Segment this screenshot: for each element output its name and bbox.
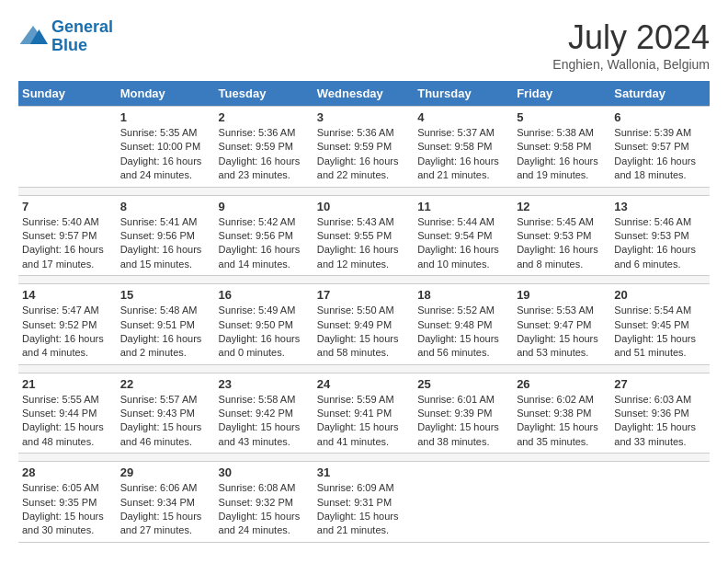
date-number: 28	[22, 465, 113, 479]
location-subtitle: Enghien, Wallonia, Belgium	[552, 57, 710, 72]
date-number: 21	[22, 377, 113, 391]
calendar-cell: 3Sunrise: 5:36 AM Sunset: 9:59 PM Daylig…	[313, 107, 414, 188]
cell-info: Sunrise: 5:36 AM Sunset: 9:59 PM Dayligh…	[317, 126, 410, 183]
date-number: 3	[317, 110, 410, 124]
title-block: July 2024 Enghien, Wallonia, Belgium	[552, 18, 710, 72]
calendar-cell: 26Sunrise: 6:02 AM Sunset: 9:38 PM Dayli…	[513, 373, 610, 454]
week-row-5: 28Sunrise: 6:05 AM Sunset: 9:35 PM Dayli…	[18, 462, 710, 543]
cell-info: Sunrise: 6:03 AM Sunset: 9:36 PM Dayligh…	[614, 393, 706, 450]
date-number: 10	[317, 200, 410, 213]
cell-info: Sunrise: 5:44 AM Sunset: 9:54 PM Dayligh…	[417, 215, 509, 272]
week-row-4: 21Sunrise: 5:55 AM Sunset: 9:44 PM Dayli…	[18, 373, 710, 454]
date-number: 26	[517, 377, 607, 391]
week-row-1: 1Sunrise: 5:35 AM Sunset: 10:00 PM Dayli…	[18, 107, 710, 188]
calendar-cell: 28Sunrise: 6:05 AM Sunset: 9:35 PM Dayli…	[18, 462, 117, 543]
calendar-cell: 6Sunrise: 5:39 AM Sunset: 9:57 PM Daylig…	[610, 107, 710, 188]
date-number: 15	[120, 288, 211, 302]
calendar-cell	[414, 462, 513, 543]
cell-info: Sunrise: 6:02 AM Sunset: 9:38 PM Dayligh…	[517, 393, 607, 450]
week-spacer	[18, 187, 710, 195]
cell-info: Sunrise: 6:05 AM Sunset: 9:35 PM Dayligh…	[22, 481, 113, 538]
cell-info: Sunrise: 6:08 AM Sunset: 9:32 PM Dayligh…	[219, 481, 310, 538]
calendar-cell: 30Sunrise: 6:08 AM Sunset: 9:32 PM Dayli…	[215, 462, 313, 543]
cell-info: Sunrise: 5:47 AM Sunset: 9:52 PM Dayligh…	[22, 304, 113, 361]
week-row-2: 7Sunrise: 5:40 AM Sunset: 9:57 PM Daylig…	[18, 195, 710, 276]
cell-info: Sunrise: 5:54 AM Sunset: 9:45 PM Dayligh…	[614, 304, 706, 361]
calendar-cell: 8Sunrise: 5:41 AM Sunset: 9:56 PM Daylig…	[117, 195, 215, 276]
date-number: 8	[120, 200, 211, 213]
cell-info: Sunrise: 5:57 AM Sunset: 9:43 PM Dayligh…	[120, 393, 211, 450]
date-number: 11	[417, 200, 509, 213]
cell-info: Sunrise: 5:58 AM Sunset: 9:42 PM Dayligh…	[219, 393, 310, 450]
calendar-cell: 11Sunrise: 5:44 AM Sunset: 9:54 PM Dayli…	[414, 195, 513, 276]
date-number: 14	[22, 288, 113, 302]
cell-info: Sunrise: 5:43 AM Sunset: 9:55 PM Dayligh…	[317, 215, 410, 272]
col-wednesday: Wednesday	[313, 81, 414, 107]
col-thursday: Thursday	[414, 81, 513, 107]
date-number: 13	[614, 200, 706, 213]
calendar-cell: 21Sunrise: 5:55 AM Sunset: 9:44 PM Dayli…	[18, 373, 117, 454]
date-number: 18	[417, 288, 509, 302]
calendar-cell: 9Sunrise: 5:42 AM Sunset: 9:56 PM Daylig…	[215, 195, 313, 276]
cell-info: Sunrise: 6:06 AM Sunset: 9:34 PM Dayligh…	[120, 481, 211, 538]
date-number: 4	[417, 110, 509, 124]
week-spacer	[18, 364, 710, 373]
date-number: 17	[317, 288, 410, 302]
cell-info: Sunrise: 5:48 AM Sunset: 9:51 PM Dayligh…	[120, 304, 211, 361]
cell-info: Sunrise: 5:39 AM Sunset: 9:57 PM Dayligh…	[614, 126, 706, 183]
date-number: 24	[317, 377, 410, 391]
cell-info: Sunrise: 5:52 AM Sunset: 9:48 PM Dayligh…	[417, 304, 509, 361]
calendar-cell	[18, 107, 117, 188]
date-number: 20	[614, 288, 706, 302]
calendar-cell: 12Sunrise: 5:45 AM Sunset: 9:53 PM Dayli…	[513, 195, 610, 276]
date-number: 2	[219, 110, 310, 124]
cell-info: Sunrise: 5:41 AM Sunset: 9:56 PM Dayligh…	[120, 215, 211, 272]
date-number: 9	[219, 200, 310, 213]
calendar-cell: 13Sunrise: 5:46 AM Sunset: 9:53 PM Dayli…	[610, 195, 710, 276]
calendar-cell: 14Sunrise: 5:47 AM Sunset: 9:52 PM Dayli…	[18, 284, 117, 365]
date-number: 22	[120, 377, 211, 391]
date-number: 27	[614, 377, 706, 391]
cell-info: Sunrise: 5:35 AM Sunset: 10:00 PM Daylig…	[120, 126, 211, 183]
calendar-cell: 7Sunrise: 5:40 AM Sunset: 9:57 PM Daylig…	[18, 195, 117, 276]
date-number: 25	[417, 377, 509, 391]
cell-info: Sunrise: 5:38 AM Sunset: 9:58 PM Dayligh…	[517, 126, 607, 183]
date-number: 5	[517, 110, 607, 124]
cell-info: Sunrise: 5:40 AM Sunset: 9:57 PM Dayligh…	[22, 215, 113, 272]
date-number: 1	[120, 110, 211, 124]
calendar-cell: 20Sunrise: 5:54 AM Sunset: 9:45 PM Dayli…	[610, 284, 710, 365]
calendar-cell: 24Sunrise: 5:59 AM Sunset: 9:41 PM Dayli…	[313, 373, 414, 454]
logo-icon	[18, 22, 48, 52]
col-monday: Monday	[117, 81, 215, 107]
page-header: General Blue July 2024 Enghien, Wallonia…	[18, 18, 710, 72]
calendar-cell	[513, 462, 610, 543]
calendar-cell: 10Sunrise: 5:43 AM Sunset: 9:55 PM Dayli…	[313, 195, 414, 276]
cell-info: Sunrise: 5:46 AM Sunset: 9:53 PM Dayligh…	[614, 215, 706, 272]
cell-info: Sunrise: 5:42 AM Sunset: 9:56 PM Dayligh…	[219, 215, 310, 272]
calendar-cell: 29Sunrise: 6:06 AM Sunset: 9:34 PM Dayli…	[117, 462, 215, 543]
calendar-cell: 1Sunrise: 5:35 AM Sunset: 10:00 PM Dayli…	[117, 107, 215, 188]
date-number: 23	[219, 377, 310, 391]
calendar-cell: 31Sunrise: 6:09 AM Sunset: 9:31 PM Dayli…	[313, 462, 414, 543]
calendar-cell: 2Sunrise: 5:36 AM Sunset: 9:59 PM Daylig…	[215, 107, 313, 188]
calendar-cell: 23Sunrise: 5:58 AM Sunset: 9:42 PM Dayli…	[215, 373, 313, 454]
cell-info: Sunrise: 5:53 AM Sunset: 9:47 PM Dayligh…	[517, 304, 607, 361]
calendar-cell	[610, 462, 710, 543]
col-saturday: Saturday	[610, 81, 710, 107]
date-number: 19	[517, 288, 607, 302]
date-number: 16	[219, 288, 310, 302]
calendar-cell: 19Sunrise: 5:53 AM Sunset: 9:47 PM Dayli…	[513, 284, 610, 365]
month-title: July 2024	[552, 18, 710, 57]
date-number: 29	[120, 465, 211, 479]
logo: General Blue	[18, 18, 113, 55]
calendar-cell: 22Sunrise: 5:57 AM Sunset: 9:43 PM Dayli…	[117, 373, 215, 454]
date-number: 12	[517, 200, 607, 213]
week-spacer	[18, 276, 710, 284]
cell-info: Sunrise: 5:45 AM Sunset: 9:53 PM Dayligh…	[517, 215, 607, 272]
cell-info: Sunrise: 5:50 AM Sunset: 9:49 PM Dayligh…	[317, 304, 410, 361]
calendar-cell: 27Sunrise: 6:03 AM Sunset: 9:36 PM Dayli…	[610, 373, 710, 454]
calendar-cell: 16Sunrise: 5:49 AM Sunset: 9:50 PM Dayli…	[215, 284, 313, 365]
cell-info: Sunrise: 6:01 AM Sunset: 9:39 PM Dayligh…	[417, 393, 509, 450]
logo-text: General Blue	[51, 18, 113, 55]
calendar-cell: 18Sunrise: 5:52 AM Sunset: 9:48 PM Dayli…	[414, 284, 513, 365]
